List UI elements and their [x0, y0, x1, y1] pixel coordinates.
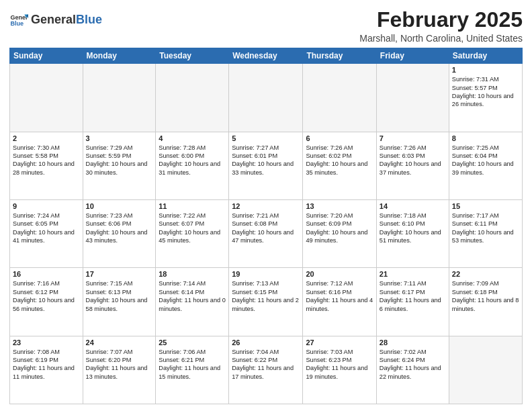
day-info: Sunrise: 7:20 AMSunset: 6:09 PMDaylight:… [306, 212, 373, 245]
weekday-header-wednesday: Wednesday [229, 48, 303, 64]
calendar-week-row: 2Sunrise: 7:30 AMSunset: 5:58 PMDaylight… [10, 132, 523, 199]
weekday-header-monday: Monday [83, 48, 156, 64]
calendar-cell: 10Sunrise: 7:23 AMSunset: 6:06 PMDayligh… [83, 199, 156, 267]
weekday-header-saturday: Saturday [449, 48, 522, 64]
calendar-cell: 19Sunrise: 7:13 AMSunset: 6:15 PMDayligh… [229, 268, 303, 336]
calendar-table: SundayMondayTuesdayWednesdayThursdayFrid… [9, 48, 523, 404]
day-number: 9 [13, 202, 80, 210]
logo-icon: General Blue [9, 11, 28, 30]
day-info: Sunrise: 7:26 AMSunset: 6:03 PMDaylight:… [380, 144, 446, 177]
day-info: Sunrise: 7:06 AMSunset: 6:21 PMDaylight:… [159, 348, 226, 381]
day-info: Sunrise: 7:07 AMSunset: 6:20 PMDaylight:… [86, 348, 153, 381]
calendar-cell: 16Sunrise: 7:16 AMSunset: 6:12 PMDayligh… [10, 268, 83, 336]
calendar-cell: 24Sunrise: 7:07 AMSunset: 6:20 PMDayligh… [83, 336, 156, 404]
day-number: 18 [159, 270, 226, 278]
calendar-cell: 26Sunrise: 7:04 AMSunset: 6:22 PMDayligh… [229, 336, 303, 404]
weekday-header-friday: Friday [376, 48, 449, 64]
header: General Blue GeneralBlue February 2025 M… [9, 8, 523, 44]
calendar-cell: 6Sunrise: 7:26 AMSunset: 6:02 PMDaylight… [303, 132, 376, 199]
day-number: 2 [13, 134, 80, 142]
calendar-cell [156, 64, 229, 132]
day-info: Sunrise: 7:08 AMSunset: 6:19 PMDaylight:… [13, 348, 80, 381]
calendar-cell: 25Sunrise: 7:06 AMSunset: 6:21 PMDayligh… [156, 336, 229, 404]
calendar-cell: 28Sunrise: 7:02 AMSunset: 6:24 PMDayligh… [376, 336, 449, 404]
day-info: Sunrise: 7:02 AMSunset: 6:24 PMDaylight:… [380, 348, 446, 381]
day-info: Sunrise: 7:16 AMSunset: 6:12 PMDaylight:… [13, 279, 80, 313]
day-info: Sunrise: 7:09 AMSunset: 6:18 PMDaylight:… [452, 279, 519, 313]
day-number: 6 [306, 134, 373, 142]
day-info: Sunrise: 7:30 AMSunset: 5:58 PMDaylight:… [13, 144, 80, 177]
calendar-cell: 8Sunrise: 7:25 AMSunset: 6:04 PMDaylight… [449, 132, 522, 199]
day-info: Sunrise: 7:23 AMSunset: 6:06 PMDaylight:… [86, 212, 153, 245]
day-number: 11 [159, 202, 226, 210]
calendar-cell: 9Sunrise: 7:24 AMSunset: 6:05 PMDaylight… [10, 199, 83, 267]
calendar-cell: 14Sunrise: 7:18 AMSunset: 6:10 PMDayligh… [376, 199, 449, 267]
logo: General Blue GeneralBlue [9, 11, 102, 30]
day-info: Sunrise: 7:14 AMSunset: 6:14 PMDaylight:… [159, 279, 226, 313]
title-block: February 2025 Marshall, North Carolina, … [359, 8, 523, 44]
day-number: 21 [380, 270, 446, 278]
calendar-cell: 15Sunrise: 7:17 AMSunset: 6:11 PMDayligh… [449, 199, 522, 267]
calendar-cell [449, 336, 522, 404]
day-number: 23 [13, 338, 80, 347]
day-info: Sunrise: 7:26 AMSunset: 6:02 PMDaylight:… [306, 144, 373, 177]
calendar-cell [10, 64, 83, 132]
calendar-cell: 1Sunrise: 7:31 AMSunset: 5:57 PMDaylight… [449, 64, 522, 132]
calendar-cell: 2Sunrise: 7:30 AMSunset: 5:58 PMDaylight… [10, 132, 83, 199]
calendar-cell: 21Sunrise: 7:11 AMSunset: 6:17 PMDayligh… [376, 268, 449, 336]
day-number: 19 [232, 270, 300, 278]
day-number: 8 [452, 134, 519, 142]
day-info: Sunrise: 7:04 AMSunset: 6:22 PMDaylight:… [232, 348, 300, 381]
calendar-cell: 23Sunrise: 7:08 AMSunset: 6:19 PMDayligh… [10, 336, 83, 404]
calendar-subtitle: Marshall, North Carolina, United States [359, 33, 523, 44]
day-number: 10 [86, 202, 153, 210]
calendar-cell: 5Sunrise: 7:27 AMSunset: 6:01 PMDaylight… [229, 132, 303, 199]
day-info: Sunrise: 7:15 AMSunset: 6:13 PMDaylight:… [86, 279, 153, 313]
calendar-title: February 2025 [359, 8, 523, 32]
day-number: 22 [452, 270, 519, 278]
calendar-cell [376, 64, 449, 132]
day-number: 17 [86, 270, 153, 278]
day-number: 16 [13, 270, 80, 278]
calendar-cell: 3Sunrise: 7:29 AMSunset: 5:59 PMDaylight… [83, 132, 156, 199]
day-number: 1 [452, 66, 519, 74]
calendar-cell: 22Sunrise: 7:09 AMSunset: 6:18 PMDayligh… [449, 268, 522, 336]
day-number: 7 [380, 134, 446, 142]
day-number: 24 [86, 338, 153, 347]
day-info: Sunrise: 7:13 AMSunset: 6:15 PMDaylight:… [232, 279, 300, 313]
day-number: 27 [306, 338, 373, 347]
day-number: 26 [232, 338, 300, 347]
logo-blue-text: Blue [76, 13, 102, 26]
calendar-cell [83, 64, 156, 132]
day-number: 25 [159, 338, 226, 347]
weekday-header-row: SundayMondayTuesdayWednesdayThursdayFrid… [10, 48, 523, 64]
day-number: 12 [232, 202, 300, 210]
calendar-cell: 11Sunrise: 7:22 AMSunset: 6:07 PMDayligh… [156, 199, 229, 267]
day-info: Sunrise: 7:27 AMSunset: 6:01 PMDaylight:… [232, 144, 300, 177]
calendar-cell: 20Sunrise: 7:12 AMSunset: 6:16 PMDayligh… [303, 268, 376, 336]
day-info: Sunrise: 7:21 AMSunset: 6:08 PMDaylight:… [232, 212, 300, 245]
day-info: Sunrise: 7:29 AMSunset: 5:59 PMDaylight:… [86, 144, 153, 177]
day-info: Sunrise: 7:18 AMSunset: 6:10 PMDaylight:… [380, 212, 446, 245]
day-info: Sunrise: 7:03 AMSunset: 6:23 PMDaylight:… [306, 348, 373, 381]
day-number: 3 [86, 134, 153, 142]
calendar-cell: 12Sunrise: 7:21 AMSunset: 6:08 PMDayligh… [229, 199, 303, 267]
weekday-header-thursday: Thursday [303, 48, 376, 64]
day-number: 13 [306, 202, 373, 210]
logo-general-text: General [31, 13, 76, 26]
day-info: Sunrise: 7:25 AMSunset: 6:04 PMDaylight:… [452, 144, 519, 177]
weekday-header-sunday: Sunday [10, 48, 83, 64]
calendar-week-row: 1Sunrise: 7:31 AMSunset: 5:57 PMDaylight… [10, 64, 523, 132]
day-info: Sunrise: 7:28 AMSunset: 6:00 PMDaylight:… [159, 144, 226, 177]
calendar-cell: 4Sunrise: 7:28 AMSunset: 6:00 PMDaylight… [156, 132, 229, 199]
calendar-cell: 18Sunrise: 7:14 AMSunset: 6:14 PMDayligh… [156, 268, 229, 336]
calendar-cell: 27Sunrise: 7:03 AMSunset: 6:23 PMDayligh… [303, 336, 376, 404]
day-number: 15 [452, 202, 519, 210]
day-number: 14 [380, 202, 446, 210]
svg-text:Blue: Blue [10, 20, 24, 27]
calendar-week-row: 23Sunrise: 7:08 AMSunset: 6:19 PMDayligh… [10, 336, 523, 404]
day-number: 5 [232, 134, 300, 142]
day-info: Sunrise: 7:31 AMSunset: 5:57 PMDaylight:… [452, 75, 519, 109]
calendar-week-row: 16Sunrise: 7:16 AMSunset: 6:12 PMDayligh… [10, 268, 523, 336]
calendar-cell [303, 64, 376, 132]
